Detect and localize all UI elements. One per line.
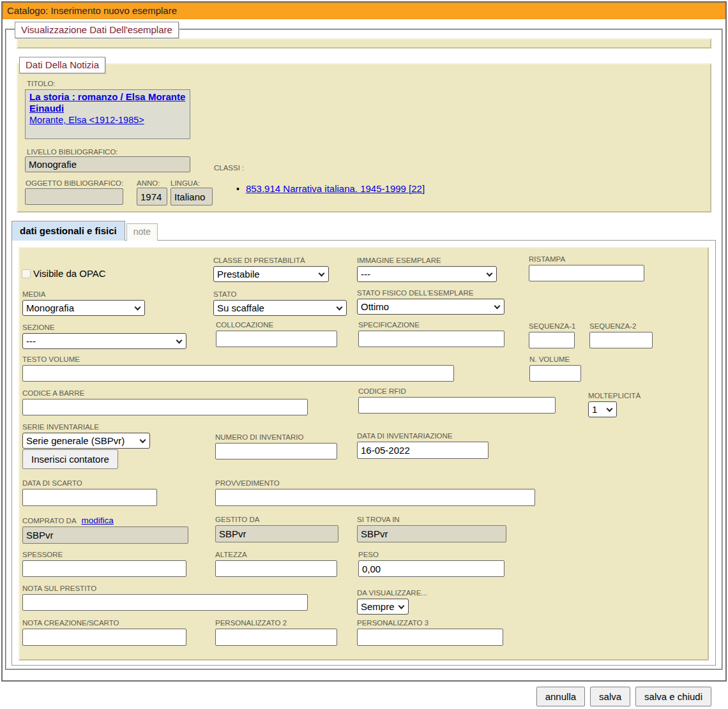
molteplicita-select[interactable]: 1 <box>588 401 617 417</box>
nota-creazione-label: NOTA CREAZIONE/SCARTO <box>22 619 186 627</box>
tab-dati-gestionali[interactable]: dati gestionali e fisici <box>11 221 125 241</box>
media-select[interactable]: Monografia <box>22 300 145 316</box>
immagine-esemplare-select[interactable]: --- <box>357 266 497 282</box>
collocazione-input[interactable] <box>216 331 337 347</box>
personalizzato2-input[interactable] <box>215 629 337 646</box>
nota-creazione-group: NOTA CREAZIONE/SCARTO <box>22 619 186 646</box>
codice-rfid-input[interactable] <box>358 397 556 414</box>
oggetto-label: OGGETTO BIBLIOGRAFICO: <box>26 179 123 188</box>
gestito-da-label: GESTITO DA <box>215 516 338 524</box>
ristampa-group: RISTAMPA <box>529 255 644 281</box>
n-volume-label: N. VOLUME <box>529 355 581 364</box>
sezione-select[interactable]: --- <box>22 333 186 349</box>
anno-input[interactable] <box>137 188 167 205</box>
sequenza2-label: SEQUENZA-2 <box>589 322 653 331</box>
altezza-input[interactable] <box>215 560 337 577</box>
specificazione-label: SPECIFICAZIONE <box>358 321 504 329</box>
specificazione-input[interactable] <box>358 331 504 347</box>
footer-buttons: annulla salva salva e chiudi <box>536 687 711 706</box>
testo-volume-input[interactable] <box>22 365 454 382</box>
collocazione-label: COLLOCAZIONE <box>216 321 337 329</box>
top-strip <box>17 38 711 49</box>
livello-label: LIVELLO BIBLIOGRAFICO: <box>27 148 118 156</box>
spessore-input[interactable] <box>22 560 186 577</box>
visibile-opac-checkbox[interactable] <box>22 269 31 278</box>
altezza-label: ALTEZZA <box>215 551 337 559</box>
anno-label: ANNO: <box>137 179 160 188</box>
n-volume-input[interactable] <box>529 365 581 382</box>
classe-link[interactable]: 853.914 Narrativa italiana. 1945-1999 [2… <box>246 183 425 194</box>
n-volume-group: N. VOLUME <box>529 355 581 382</box>
dati-gestionali-panel: Visibile da OPAC CLASSE DI PRESTABILITÀ … <box>19 247 709 660</box>
gestito-da-input[interactable] <box>215 525 338 542</box>
si-trova-in-group: SI TROVA IN <box>357 516 506 542</box>
salva-button[interactable]: salva <box>590 687 630 706</box>
titolo-link-1[interactable]: La storia : romanzo / Elsa Morante <box>29 91 186 103</box>
specificazione-group: SPECIFICAZIONE <box>358 321 504 347</box>
ristampa-label: RISTAMPA <box>529 255 644 264</box>
provvedimento-group: PROVVEDIMENTO <box>215 479 535 506</box>
livello-input[interactable] <box>25 156 190 172</box>
sequenza1-label: SEQUENZA-1 <box>529 322 575 331</box>
immagine-esemplare-group: IMMAGINE ESEMPLARE --- <box>357 257 497 282</box>
personalizzato2-group: PERSONALIZZATO 2 <box>215 619 337 646</box>
data-scarto-input[interactable] <box>22 489 157 506</box>
sezione-group: SEZIONE --- <box>22 324 186 349</box>
si-trova-in-label: SI TROVA IN <box>357 516 506 524</box>
codice-a-barre-input[interactable] <box>22 399 308 415</box>
window-titlebar: Catalogo: Inserimento nuovo esemplare <box>3 3 725 19</box>
data-inventariazione-label: DATA DI INVENTARIAZIONE <box>357 432 489 440</box>
personalizzato3-label: PERSONALIZZATO 3 <box>357 619 503 627</box>
titolo-link-2[interactable]: Einaudi <box>29 103 186 114</box>
titolo-autore-link[interactable]: Morante, Elsa <1912-1985> <box>29 114 186 126</box>
stato-fisico-select[interactable]: Ottimo <box>357 299 504 315</box>
stato-select[interactable]: Su scaffale <box>213 300 347 316</box>
provvedimento-label: PROVVEDIMENTO <box>215 479 535 488</box>
stato-label: STATO <box>213 290 347 299</box>
codice-a-barre-label: CODICE A BARRE <box>22 389 308 398</box>
oggetto-input[interactable] <box>25 188 123 205</box>
lingua-label: LINGUA: <box>171 179 200 188</box>
media-group: MEDIA Monografia <box>22 290 145 316</box>
modifica-link[interactable]: modifica <box>82 516 114 525</box>
serie-inventariale-select[interactable]: Serie generale (SBPvr) <box>22 433 150 449</box>
provvedimento-input[interactable] <box>215 489 535 506</box>
classe-prestabilita-select[interactable]: Prestabile <box>213 266 329 282</box>
peso-label: PESO <box>358 551 504 559</box>
comprato-da-input[interactable] <box>22 526 188 544</box>
salva-e-chiudi-button[interactable]: salva e chiudi <box>635 687 711 706</box>
da-visualizzare-select[interactable]: Sempre <box>357 599 409 615</box>
testo-volume-label: TESTO VOLUME <box>22 355 454 364</box>
nota-prestito-input[interactable] <box>22 594 308 611</box>
lingua-input[interactable] <box>171 188 213 205</box>
numero-inventario-input[interactable] <box>215 443 337 459</box>
titolo-box: La storia : romanzo / Elsa Morante Einau… <box>25 89 190 139</box>
data-inventariazione-input[interactable] <box>357 442 489 459</box>
tab-bar: dati gestionali e fisici note <box>11 220 716 240</box>
collocazione-group: COLLOCAZIONE <box>216 321 337 347</box>
sequenza1-group: SEQUENZA-1 <box>529 322 575 348</box>
codice-rfid-label: CODICE RFID <box>358 387 556 396</box>
sequenza2-input[interactable] <box>589 332 653 348</box>
classe-prestabilita-group: CLASSE DI PRESTABILITÀ Prestabile <box>213 257 329 282</box>
sequenza1-input[interactable] <box>529 332 575 348</box>
numero-inventario-group: NUMERO DI INVENTARIO <box>215 433 337 459</box>
stato-fisico-group: STATO FISICO DELL'ESEMPLARE Ottimo <box>357 289 504 315</box>
immagine-esemplare-label: IMMAGINE ESEMPLARE <box>357 257 497 265</box>
personalizzato3-group: PERSONALIZZATO 3 <box>357 619 503 646</box>
inserisci-contatore-button[interactable]: Inserisci contatore <box>22 449 118 469</box>
si-trova-in-input[interactable] <box>357 525 506 542</box>
window-title: Catalogo: Inserimento nuovo esemplare <box>7 5 177 16</box>
data-inventariazione-group: DATA DI INVENTARIAZIONE <box>357 432 489 459</box>
data-scarto-group: DATA DI SCARTO <box>22 479 157 506</box>
personalizzato3-input[interactable] <box>357 629 503 646</box>
molteplicita-label: MOLTEPLICITÀ <box>588 392 641 400</box>
nota-creazione-input[interactable] <box>22 629 186 646</box>
tab-note[interactable]: note <box>126 223 158 241</box>
peso-input[interactable] <box>358 560 504 577</box>
ristampa-input[interactable] <box>529 265 644 281</box>
esemplare-fieldset: Visualizzazione Dati Dell'esemplare Dati… <box>5 29 723 670</box>
spessore-label: SPESSORE <box>22 551 186 559</box>
media-label: MEDIA <box>22 290 145 299</box>
annulla-button[interactable]: annulla <box>536 687 585 706</box>
